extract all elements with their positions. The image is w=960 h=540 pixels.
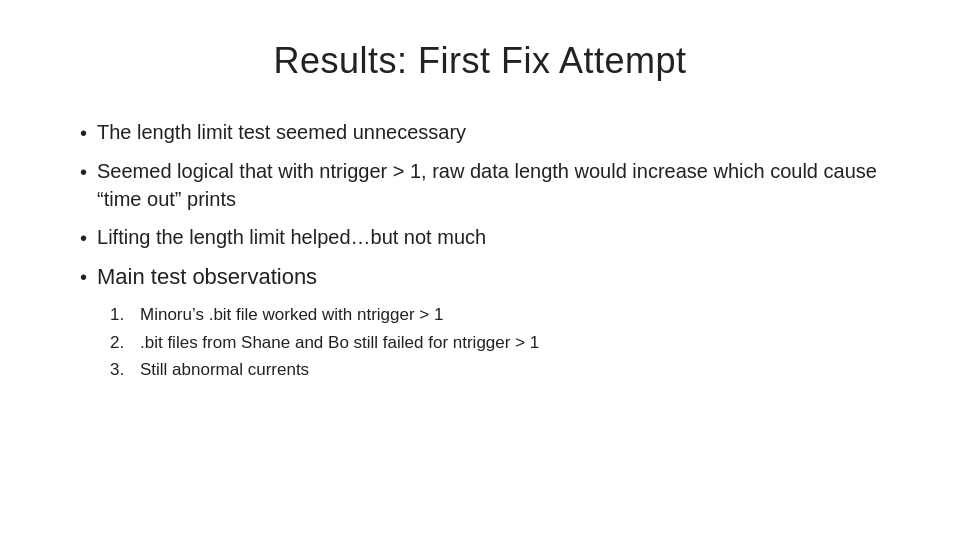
numbered-list: 1. Minoru’s .bit file worked with ntrigg…	[110, 303, 880, 382]
numbered-text-2: .bit files from Shane and Bo still faile…	[140, 331, 539, 355]
numbered-text-3: Still abnormal currents	[140, 358, 309, 382]
bullet-text-3: Lifting the length limit helped…but not …	[97, 223, 880, 251]
bullet-dot-1: •	[80, 119, 87, 147]
bullet-item-1: • The length limit test seemed unnecessa…	[80, 118, 880, 147]
bullet-text-2: Seemed logical that with ntrigger > 1, r…	[97, 157, 880, 213]
bullet-item-4: • Main test observations	[80, 262, 880, 293]
numbered-item-1: 1. Minoru’s .bit file worked with ntrigg…	[110, 303, 880, 327]
num-2: 2.	[110, 331, 130, 355]
slide: Results: First Fix Attempt • The length …	[0, 0, 960, 540]
slide-title: Results: First Fix Attempt	[80, 40, 880, 82]
num-3: 3.	[110, 358, 130, 382]
bullet-dot-2: •	[80, 158, 87, 186]
numbered-text-1: Minoru’s .bit file worked with ntrigger …	[140, 303, 443, 327]
bullet-text-4: Main test observations	[97, 262, 880, 293]
num-1: 1.	[110, 303, 130, 327]
bullet-dot-3: •	[80, 224, 87, 252]
numbered-item-2: 2. .bit files from Shane and Bo still fa…	[110, 331, 880, 355]
numbered-item-3: 3. Still abnormal currents	[110, 358, 880, 382]
bullet-item-3: • Lifting the length limit helped…but no…	[80, 223, 880, 252]
bullet-text-1: The length limit test seemed unnecessary	[97, 118, 880, 146]
bullet-item-2: • Seemed logical that with ntrigger > 1,…	[80, 157, 880, 213]
content-area: • The length limit test seemed unnecessa…	[80, 118, 880, 382]
bullet-dot-4: •	[80, 263, 87, 291]
